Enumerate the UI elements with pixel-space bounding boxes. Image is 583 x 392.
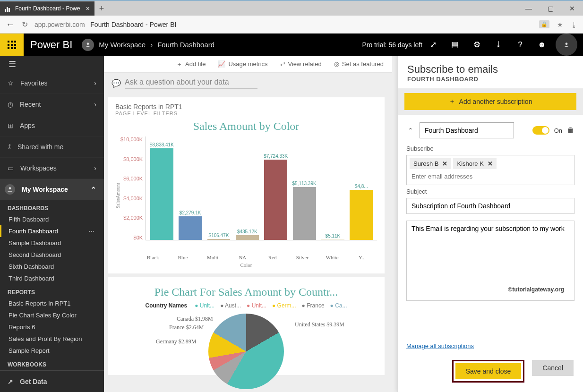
delete-icon[interactable]: 🗑: [567, 126, 574, 135]
related-icon: ⇄: [280, 60, 285, 68]
lock-icon[interactable]: 🔒: [539, 20, 549, 28]
sidebar: ☰ ☆ Favorites › ◷ Recent › ⊞ Apps 𐀪 Shar…: [0, 56, 104, 392]
new-tab-button[interactable]: +: [94, 1, 109, 16]
remove-icon[interactable]: ✕: [442, 160, 447, 167]
nav-recent[interactable]: ◷ Recent ›: [0, 94, 104, 115]
subject-input[interactable]: [406, 198, 574, 214]
pie-legend: Country NamesUnit...Aust...Unit...Germ..…: [115, 302, 377, 309]
chevron-right-icon: ›: [150, 41, 153, 49]
close-window-icon[interactable]: ✕: [561, 1, 583, 16]
chevron-right-icon: ›: [94, 79, 96, 87]
set-featured-button[interactable]: ◎Set as featured: [334, 60, 384, 68]
metrics-icon: 📈: [218, 60, 225, 68]
close-icon[interactable]: ×: [86, 5, 90, 12]
app-launcher-icon[interactable]: [0, 34, 24, 56]
recipient-chip[interactable]: Suresh B✕: [410, 158, 451, 169]
panel-subtitle: FOURTH DASHBOARD: [407, 76, 574, 83]
dashboard-toolbar: ＋Add tile 📈Usage metrics ⇄View related ◎…: [104, 56, 392, 73]
add-subscription-button[interactable]: ＋ Add another subscription: [404, 93, 576, 110]
chevron-right-icon: ›: [94, 164, 96, 172]
settings-icon[interactable]: ⚙: [466, 34, 488, 56]
cancel-button[interactable]: Cancel: [532, 360, 574, 376]
sidebar-report-item[interactable]: Reports 6: [0, 321, 104, 333]
chat-icon: 💬: [111, 79, 121, 88]
toggle-label: On: [554, 127, 562, 134]
tile-subtitle: PAGE LEVEL FILTERS: [115, 111, 377, 116]
sidebar-dashboard-item[interactable]: Third Dashboard: [0, 273, 104, 284]
nav-my-workspace[interactable]: My Workspace ⌃: [0, 179, 104, 200]
crumb-dashboard[interactable]: Fourth Dashboard: [157, 41, 214, 49]
recipients-input[interactable]: Suresh B✕ Kishore K✕: [406, 155, 574, 185]
maximize-icon[interactable]: ▢: [540, 1, 561, 16]
url-display[interactable]: app.powerbi.com Fourth Dashboard - Power…: [34, 21, 176, 28]
subscription-name-input[interactable]: [420, 122, 514, 138]
bar: $2,279.1K: [177, 216, 203, 240]
brand-label: Power BI: [30, 39, 72, 51]
app-bar: Power BI My Workspace › Fourth Dashboard…: [0, 34, 583, 56]
person-icon: [5, 184, 15, 195]
report-tile-bar[interactable]: Basic Reports in RPT1 PAGE LEVEL FILTERS…: [108, 97, 385, 273]
sidebar-report-item[interactable]: Sales and Profit By Region: [0, 333, 104, 345]
sidebar-dashboard-item[interactable]: Fifth Dasboard: [0, 213, 104, 225]
get-data-button[interactable]: ↗ Get Data: [0, 370, 104, 392]
email-input[interactable]: [410, 171, 571, 182]
hamburger-icon[interactable]: ☰: [0, 56, 104, 73]
sidebar-dashboard-item[interactable]: Sample Dashboard: [0, 237, 104, 249]
refresh-icon[interactable]: ↻: [22, 20, 28, 29]
help-icon[interactable]: ?: [509, 34, 531, 56]
subscribe-panel: Subscribe to emails FOURTH DASHBOARD ＋ A…: [397, 56, 583, 392]
download-icon[interactable]: ⭳: [488, 34, 509, 56]
chevron-right-icon: ›: [94, 101, 96, 108]
qna-input[interactable]: 💬 Ask a question about your data: [104, 73, 392, 94]
sidebar-dashboard-item[interactable]: Sixth Dashboard: [0, 261, 104, 273]
watermark: ©tutorialgateway.org: [508, 286, 564, 293]
sidebar-report-item[interactable]: Sample Report: [0, 345, 104, 357]
x-axis-label: Color: [115, 262, 377, 268]
manage-subscriptions-link[interactable]: Manage all subscriptions: [398, 337, 583, 355]
remove-icon[interactable]: ✕: [488, 160, 493, 167]
subject-label: Subject: [406, 188, 574, 195]
pro-trial-label: Pro trial: 56 days left: [362, 41, 422, 49]
bar: $7,724.33K: [263, 160, 289, 240]
nav-workspaces[interactable]: ▭ Workspaces ›: [0, 158, 104, 179]
sidebar-dashboard-item[interactable]: Fourth Dashboard⋯: [0, 225, 104, 237]
user-avatar-icon[interactable]: [556, 34, 577, 56]
collapse-icon[interactable]: ⌃: [406, 126, 415, 135]
star-icon: ☆: [8, 79, 14, 87]
x-categories: BlackBlueMultiNARedSilverWhiteY...: [138, 255, 377, 260]
nav-shared[interactable]: 𐀪 Shared with me: [0, 136, 104, 158]
add-tile-button[interactable]: ＋Add tile: [176, 60, 206, 68]
enable-toggle[interactable]: [532, 126, 549, 135]
usage-metrics-button[interactable]: 📈Usage metrics: [218, 60, 267, 68]
arrow-icon: ↗: [8, 378, 13, 385]
recipient-chip[interactable]: Kishore K✕: [453, 158, 496, 169]
apps-icon: ⊞: [8, 122, 13, 129]
nav-favorites[interactable]: ☆ Favorites ›: [0, 73, 104, 94]
bar: $8,838.41K: [149, 148, 174, 240]
nav-apps[interactable]: ⊞ Apps: [0, 115, 104, 136]
sidebar-dashboard-item[interactable]: Second Dashboard: [0, 249, 104, 261]
sidebar-report-item[interactable]: Pie Chart Sales By Color: [0, 309, 104, 321]
featured-icon: ◎: [334, 60, 339, 68]
back-icon[interactable]: ←: [6, 19, 15, 30]
sidebar-report-item[interactable]: Basic Reports in RPT1: [0, 298, 104, 309]
panel-title: Subscribe to emails: [407, 63, 574, 76]
save-and-close-button[interactable]: Save and close: [455, 363, 522, 379]
view-related-button[interactable]: ⇄View related: [280, 60, 322, 68]
shared-icon: 𐀪: [8, 143, 11, 151]
comments-icon[interactable]: ▤: [444, 34, 466, 56]
fullscreen-icon[interactable]: ⤢: [422, 34, 444, 56]
powerbi-icon: [5, 5, 11, 12]
workspace-avatar-icon: [82, 39, 94, 51]
browser-tab[interactable]: Fourth Dashboard - Powe ×: [0, 1, 94, 16]
y-axis-label: SalesAmount: [115, 136, 120, 255]
more-icon[interactable]: ⋯: [88, 228, 95, 235]
feedback-icon[interactable]: ☻: [531, 34, 553, 56]
download-icon[interactable]: ⭳: [571, 21, 577, 28]
subscribe-label: Subscribe: [406, 145, 574, 152]
minimize-icon[interactable]: —: [518, 1, 540, 16]
crumb-workspace[interactable]: My Workspace: [99, 41, 146, 49]
report-tile-pie[interactable]: Pie Chart For Sales Amount by Countr... …: [108, 277, 385, 375]
bar-chart: $8,838.41K$2,279.1K$106.47K$435.12K$7,72…: [146, 136, 377, 240]
favorite-icon[interactable]: ★: [557, 21, 563, 28]
